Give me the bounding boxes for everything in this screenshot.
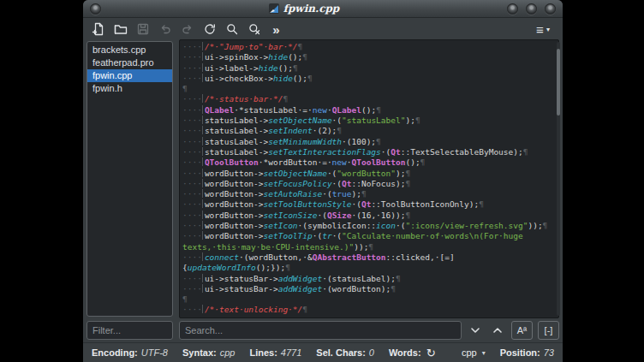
match-case-button[interactable]: Aª bbox=[511, 321, 533, 340]
app-icon bbox=[269, 3, 279, 14]
save-button[interactable] bbox=[134, 21, 152, 39]
code-line: ····QLabel·*statusLabel·=·new·QLabel();¶ bbox=[182, 105, 558, 116]
code-line: ····wordButton->setToolTip·(tr·("Calcula… bbox=[182, 231, 558, 241]
file-list-item[interactable]: fpwin.cpp bbox=[87, 69, 172, 82]
window-menu-button[interactable] bbox=[90, 3, 101, 15]
minimize-button[interactable] bbox=[507, 3, 518, 15]
status-encoding: Encoding: UTF-8 bbox=[92, 347, 168, 358]
code-line: texts,·this·may·be·CPU-intensive.)"));¶ bbox=[182, 242, 558, 252]
code-line: ····statusLabel->setObjectName·("statusL… bbox=[182, 116, 558, 126]
code-line: ····ui->checkBox->hide();¶ bbox=[182, 74, 558, 84]
position-label: Position: bbox=[500, 347, 540, 358]
status-sel-chars: Sel. Chars: 0 bbox=[316, 347, 374, 358]
sel-chars-label: Sel. Chars: bbox=[316, 347, 365, 358]
code-editor[interactable]: ····/*·"Jump·to"·bar·*/¶····ui->spinBox-… bbox=[179, 39, 559, 318]
code-line: ····ui->spinBox->hide();¶ bbox=[182, 52, 558, 62]
toolbar-buttons: » bbox=[89, 21, 285, 39]
code-line: ····statusLabel->setMinimumWidth·(100);¶ bbox=[182, 137, 558, 147]
window-title-area: fpwin.cpp bbox=[101, 3, 507, 15]
position-value: 73 bbox=[544, 347, 554, 358]
code-line: ····wordButton->setObjectName·("wordButt… bbox=[182, 169, 558, 179]
chevron-up-icon bbox=[492, 324, 504, 336]
code-line: {updateWordInfo();});¶ bbox=[182, 263, 558, 273]
code-line: ¶ bbox=[182, 84, 558, 94]
menu-button[interactable]: ≡ ▾ bbox=[529, 21, 557, 39]
status-bar: Encoding: UTF-8 Syntax: cpp Lines: 4771 … bbox=[83, 342, 563, 362]
syntax-label: Syntax: bbox=[182, 347, 217, 358]
encoding-label: Encoding: bbox=[92, 347, 138, 358]
code-line: ····/*·"Jump·to"·bar·*/¶ bbox=[182, 42, 558, 52]
reload-button[interactable] bbox=[200, 21, 218, 39]
combo-caret-icon: ▾ bbox=[482, 349, 486, 357]
search-input[interactable] bbox=[179, 321, 462, 340]
file-list-item[interactable]: fpwin.h bbox=[87, 82, 172, 95]
code-line: ····connect·(wordButton,·&QAbstractButto… bbox=[182, 252, 558, 263]
editor-scrollbar-thumb[interactable] bbox=[557, 49, 560, 116]
code-line: ····wordButton->setFocusPolicy·(Qt::NoFo… bbox=[182, 179, 558, 189]
status-syntax: Syntax: cpp bbox=[182, 347, 236, 358]
search-next-button[interactable] bbox=[467, 321, 484, 340]
menu-caret-icon: ▾ bbox=[546, 26, 550, 33]
status-position: Position: 73 bbox=[500, 347, 554, 358]
search-prev-button[interactable] bbox=[489, 321, 506, 340]
file-list: brackets.cppfeatherpad.profpwin.cppfpwin… bbox=[86, 41, 173, 317]
new-file-button[interactable] bbox=[89, 21, 107, 39]
syntax-value: cpp bbox=[220, 347, 236, 358]
search-replace-button[interactable] bbox=[245, 21, 263, 39]
code-line: ····wordButton->setIcon·(symbolicIcon::i… bbox=[182, 221, 558, 231]
close-button[interactable] bbox=[545, 3, 556, 15]
code-line: ····statusLabel->setIndent·(2);¶ bbox=[182, 126, 558, 136]
code-line: ····wordButton->setAutoRaise·(true);¶ bbox=[182, 189, 558, 199]
syntax-combo[interactable]: cpp ▾ bbox=[462, 347, 486, 358]
undo-button[interactable] bbox=[156, 21, 174, 39]
search-bar: Aª [-] bbox=[179, 321, 559, 340]
syntax-combo-value: cpp bbox=[462, 347, 477, 358]
editor-scrollbar[interactable] bbox=[557, 42, 560, 316]
open-file-button[interactable] bbox=[111, 21, 129, 39]
file-list-item[interactable]: featherpad.pro bbox=[87, 56, 172, 69]
menu-icon: ≡ bbox=[536, 23, 544, 36]
featherpad-window: fpwin.cpp » ≡ ▾ brackets.cppfeatherpad.p… bbox=[83, 0, 563, 362]
words-refresh-button[interactable]: ↻ bbox=[425, 347, 438, 359]
filter-input[interactable] bbox=[86, 321, 173, 340]
toolbar: » ≡ ▾ bbox=[83, 18, 563, 40]
code-line: ¶ bbox=[182, 294, 558, 305]
sel-chars-value: 0 bbox=[369, 347, 374, 358]
lines-label: Lines: bbox=[249, 347, 277, 358]
code-line: ····statusLabel->setTextInteractionFlags… bbox=[182, 147, 558, 157]
code-line: ····wordButton->setToolButtonStyle·(Qt::… bbox=[182, 199, 558, 210]
window-title: fpwin.cpp bbox=[283, 3, 339, 15]
refresh-icon: ↻ bbox=[426, 347, 436, 359]
status-lines: Lines: 4771 bbox=[249, 347, 301, 358]
code-line: ····ui->label->hide();¶ bbox=[182, 63, 558, 74]
code-line: ····/*·text·unlocking·*/¶ bbox=[182, 305, 558, 315]
maximize-button[interactable] bbox=[526, 3, 537, 15]
chevron-down-icon bbox=[469, 324, 481, 336]
match-case-icon: Aª bbox=[517, 326, 527, 335]
code-line: ····ui->statusBar->addWidget·(wordButton… bbox=[182, 284, 558, 294]
redo-button[interactable] bbox=[178, 21, 196, 39]
encoding-value: UTF-8 bbox=[141, 347, 168, 358]
status-words: Words: ↻ bbox=[389, 347, 438, 359]
whole-word-icon: [-] bbox=[545, 326, 553, 335]
whole-word-button[interactable]: [-] bbox=[538, 321, 559, 340]
title-bar[interactable]: fpwin.cpp bbox=[83, 0, 563, 18]
code-line: ····/*·status·bar·*/¶ bbox=[182, 94, 558, 104]
words-label: Words: bbox=[389, 347, 421, 358]
search-button[interactable] bbox=[223, 21, 241, 39]
overflow-button[interactable]: » bbox=[267, 21, 285, 39]
lines-value: 4771 bbox=[281, 347, 301, 358]
code-line: ····wordButton->setIconSize·(QSize·(16,·… bbox=[182, 211, 558, 221]
file-list-item[interactable]: brackets.cpp bbox=[87, 44, 172, 56]
code-line: ····ui->statusBar->addWidget·(statusLabe… bbox=[182, 274, 558, 284]
code-line: ····QToolButton·*wordButton·=·new·QToolB… bbox=[182, 157, 558, 168]
